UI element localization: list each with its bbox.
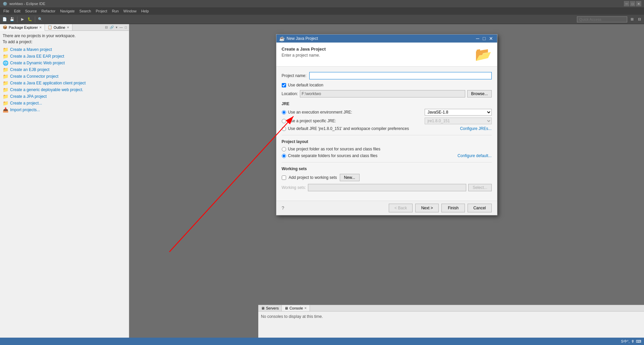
dialog-overlay: ☕ New Java Project ─ □ ✕ Create a Java P… xyxy=(129,24,644,345)
dialog-form: Project name: Use default location Locat… xyxy=(276,67,497,201)
dialog-title-bar: ☕ New Java Project ─ □ ✕ xyxy=(276,34,497,43)
link-with-editor-button[interactable]: 🔗 xyxy=(109,25,114,29)
maximize-view-button[interactable]: □ xyxy=(124,25,127,29)
tab-console[interactable]: 🖥 Console ✕ xyxy=(282,305,310,311)
divider-2 xyxy=(282,162,492,162)
default-location-row: Use default location xyxy=(282,83,492,87)
link-create-dynamic-web-label: Create a Dynamic Web project xyxy=(10,61,65,65)
jre-default-label: Use default JRE 'jre1.8.0_151' and works… xyxy=(288,126,409,131)
cancel-button[interactable]: Cancel xyxy=(468,204,491,212)
tab-outline-label: Outline xyxy=(54,25,65,29)
panel-content: There are no projects in your workspace.… xyxy=(0,31,129,345)
link-create-javaee-client[interactable]: 📁 Create a Java EE application client pr… xyxy=(3,80,126,86)
quick-access-input[interactable] xyxy=(577,16,627,22)
left-panel: 📦 Package Explorer ✕ 📋 Outline ✕ ⊟ 🔗 ▾ —… xyxy=(0,24,129,345)
link-create-maven[interactable]: 📁 Create a Maven project xyxy=(3,47,126,52)
toolbar-debug[interactable]: 🐛 xyxy=(26,16,33,23)
collapse-all-button[interactable]: ⊟ xyxy=(104,25,108,29)
dialog-close-button[interactable]: ✕ xyxy=(488,36,494,41)
browse-button[interactable]: Browse... xyxy=(467,90,491,97)
layout-project-root-radio[interactable] xyxy=(282,147,286,151)
view-menu-button[interactable]: ▾ xyxy=(115,25,118,29)
link-create-ejb-label: Create an EJB project xyxy=(10,67,49,72)
jre-option-3-row: Use default JRE 'jre1.8.0_151' and works… xyxy=(282,126,492,131)
configure-jres-link[interactable]: Configure JREs... xyxy=(460,126,491,131)
title-bar: ⚙️ worktwo - Eclipse IDE ─ □ ✕ xyxy=(0,0,644,7)
link-create-javaee-ear[interactable]: 📁 Create a Java EE EAR project xyxy=(3,54,126,59)
maximize-button[interactable]: □ xyxy=(630,1,635,6)
link-create-jpa[interactable]: 📁 Create a JPA project xyxy=(3,94,126,99)
servers-icon: 🖥 xyxy=(261,306,265,310)
toolbar-search[interactable]: 🔍 xyxy=(37,16,44,23)
jre-default-radio[interactable] xyxy=(282,127,286,131)
outline-icon: 📋 xyxy=(48,25,52,29)
toolbar-separator-1 xyxy=(17,16,17,22)
menu-project[interactable]: Project xyxy=(94,8,109,14)
link-create-dynamic-web[interactable]: 🌐 Create a Dynamic Web project xyxy=(3,60,126,66)
working-sets-input[interactable] xyxy=(308,184,466,191)
menu-window[interactable]: Window xyxy=(121,8,139,14)
location-row: Location: Browse... xyxy=(282,90,492,97)
tab-servers[interactable]: 🖥 Servers xyxy=(258,305,282,311)
tab-package-explorer[interactable]: 📦 Package Explorer ✕ xyxy=(0,24,45,31)
menu-run[interactable]: Run xyxy=(110,8,121,14)
ejb-icon: 📁 xyxy=(3,67,8,72)
jre-execution-env-label: Use an execution environment JRE: xyxy=(288,110,352,115)
next-button[interactable]: Next > xyxy=(415,204,439,212)
toolbar-icons-right: ⊞ ⊟ xyxy=(629,16,643,23)
menu-search[interactable]: Search xyxy=(77,8,93,14)
menu-refactor[interactable]: Refactor xyxy=(40,8,58,14)
menu-edit[interactable]: Edit xyxy=(12,8,22,14)
toolbar-run[interactable]: ▶ xyxy=(19,16,26,23)
use-default-location-checkbox[interactable] xyxy=(282,83,286,87)
status-icon-2: 🎙 xyxy=(631,339,635,343)
dialog-maximize-button[interactable]: □ xyxy=(481,36,487,41)
working-sets-section-label: Working sets xyxy=(282,166,492,171)
menu-navigate[interactable]: Navigate xyxy=(58,8,76,14)
menu-file[interactable]: File xyxy=(1,8,11,14)
help-icon[interactable]: ? xyxy=(282,205,284,211)
toolbar-separator-2 xyxy=(35,16,35,22)
tab-package-explorer-close[interactable]: ✕ xyxy=(39,26,42,29)
tab-package-explorer-label: Package Explorer xyxy=(9,25,38,29)
tab-outline[interactable]: 📋 Outline ✕ xyxy=(45,24,72,30)
back-button[interactable]: < Back xyxy=(389,204,413,212)
generic-web-icon: 📁 xyxy=(3,87,8,92)
configure-default-link[interactable]: Configure default... xyxy=(458,153,491,158)
select-working-set-button[interactable]: Select... xyxy=(468,184,491,191)
link-create-connector[interactable]: 📁 Create a Connector project xyxy=(3,74,126,79)
jre-execution-env-radio[interactable] xyxy=(282,110,286,115)
layout-separate-folders-radio[interactable] xyxy=(282,154,286,158)
dialog-header-subtitle: Enter a project name. xyxy=(282,53,326,58)
location-input[interactable] xyxy=(300,90,465,97)
dialog-header-text: Create a Java Project Enter a project na… xyxy=(282,47,326,58)
toolbar-save[interactable]: 💾 xyxy=(9,16,15,23)
menu-help[interactable]: Help xyxy=(139,8,151,14)
tab-console-close[interactable]: ✕ xyxy=(304,306,307,310)
menu-bar: File Edit Source Refactor Navigate Searc… xyxy=(0,7,644,15)
dialog-minimize-button[interactable]: ─ xyxy=(475,36,481,41)
finish-button[interactable]: Finish xyxy=(441,204,465,212)
project-name-input[interactable] xyxy=(309,72,492,79)
link-create-jpa-label: Create a JPA project xyxy=(10,94,47,99)
menu-source[interactable]: Source xyxy=(23,8,39,14)
add-working-sets-checkbox[interactable] xyxy=(282,176,286,180)
layout-option-1-row: Use project folder as root for sources a… xyxy=(282,147,492,151)
jre-project-specific-select[interactable]: jre1.8.0_151 xyxy=(425,118,492,124)
toolbar-perspective[interactable]: ⊞ xyxy=(629,16,635,23)
tab-outline-close[interactable]: ✕ xyxy=(67,26,69,29)
minimize-view-button[interactable]: — xyxy=(119,25,123,29)
close-button[interactable]: ✕ xyxy=(636,1,641,6)
link-create-ejb[interactable]: 📁 Create an EJB project xyxy=(3,67,126,72)
dialog-title-btns: ─ □ ✕ xyxy=(475,36,494,41)
jre-execution-env-select[interactable]: JavaSE-1.8 JavaSE-11 JavaSE-17 xyxy=(425,109,492,116)
jre-project-specific-radio[interactable] xyxy=(282,119,286,123)
minimize-button[interactable]: ─ xyxy=(624,1,629,6)
link-create-project[interactable]: 📁 Create a project... xyxy=(3,100,126,106)
toolbar-views[interactable]: ⊟ xyxy=(636,16,643,23)
toolbar-new[interactable]: 📄 xyxy=(1,16,8,23)
link-import-projects[interactable]: 📥 Import projects... xyxy=(3,107,126,113)
new-working-set-button[interactable]: New... xyxy=(340,174,360,181)
link-create-generic-web[interactable]: 📁 Create a generic deployable web projec… xyxy=(3,87,126,92)
quick-access-area: ⊞ ⊟ xyxy=(577,16,643,23)
